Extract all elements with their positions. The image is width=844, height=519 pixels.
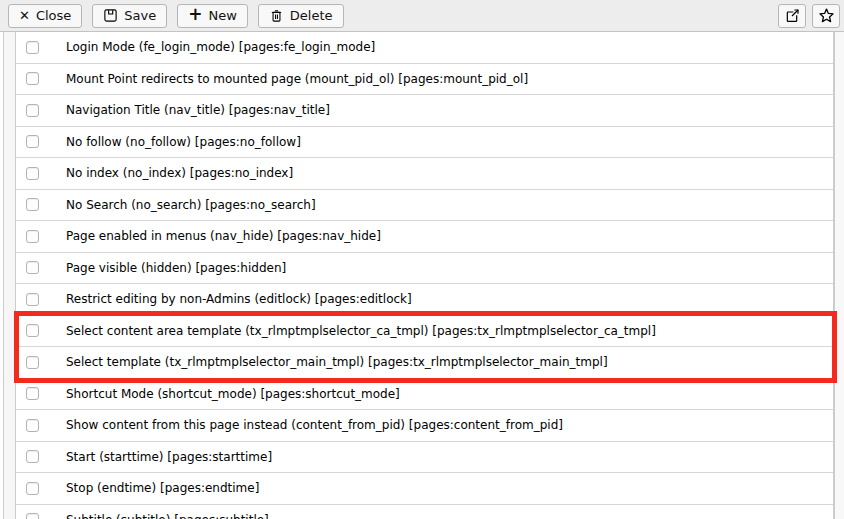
field-checkbox[interactable] (26, 387, 39, 400)
field-label: Show content from this page instead (con… (66, 418, 563, 432)
field-row: No follow (no_follow) [pages:no_follow] (16, 127, 833, 159)
field-row: Restrict editing by non-Admins (editlock… (16, 284, 833, 316)
field-row: Page visible (hidden) [pages:hidden] (16, 253, 833, 285)
plus-icon: + (188, 6, 202, 23)
field-checkbox[interactable] (26, 41, 39, 54)
typo3-record-edit-window: ✕ Close Save + New (0, 0, 844, 519)
field-checkbox[interactable] (26, 324, 39, 337)
field-label: Mount Point redirects to mounted page (m… (66, 72, 528, 86)
field-label: Start (starttime) [pages:starttime] (66, 450, 272, 464)
field-row: No index (no_index) [pages:no_index] (16, 158, 833, 190)
field-label: Login Mode (fe_login_mode) [pages:fe_log… (66, 40, 375, 54)
save-button[interactable]: Save (92, 4, 167, 28)
toolbar-left-group: ✕ Close Save + New (8, 4, 344, 28)
save-icon (103, 8, 118, 23)
field-row: Select content area template (tx_rlmptmp… (16, 316, 833, 348)
field-checkbox[interactable] (26, 293, 39, 306)
field-label: Select template (tx_rlmptmplselector_mai… (66, 355, 608, 369)
field-row: Login Mode (fe_login_mode) [pages:fe_log… (16, 32, 833, 64)
field-label: Page enabled in menus (nav_hide) [pages:… (66, 229, 381, 243)
field-checkbox[interactable] (26, 419, 39, 432)
close-button-label: Close (36, 9, 71, 22)
field-label: No Search (no_search) [pages:no_search] (66, 198, 316, 212)
right-gutter (833, 32, 844, 519)
field-label: No follow (no_follow) [pages:no_follow] (66, 135, 301, 149)
field-row: Start (starttime) [pages:starttime] (16, 442, 833, 474)
field-row: Stop (endtime) [pages:endtime] (16, 473, 833, 505)
field-list: Login Mode (fe_login_mode) [pages:fe_log… (16, 32, 833, 519)
field-row: Show content from this page instead (con… (16, 410, 833, 442)
field-row: No Search (no_search) [pages:no_search] (16, 190, 833, 222)
field-checkbox[interactable] (26, 356, 39, 369)
field-checkbox[interactable] (26, 482, 39, 495)
field-checkbox[interactable] (26, 513, 39, 519)
field-checkbox[interactable] (26, 261, 39, 274)
trash-icon (269, 8, 284, 23)
field-row: Subtitle (subtitle) [pages:subtitle] (16, 505, 833, 519)
field-label: Navigation Title (nav_title) [pages:nav_… (66, 103, 330, 117)
field-label: No index (no_index) [pages:no_index] (66, 166, 293, 180)
delete-button-label: Delete (290, 9, 333, 22)
field-checkbox[interactable] (26, 450, 39, 463)
open-in-new-window-button[interactable] (778, 4, 806, 28)
field-checkbox[interactable] (26, 167, 39, 180)
field-checkbox[interactable] (26, 198, 39, 211)
left-gutter (3, 32, 17, 519)
field-checkbox[interactable] (26, 230, 39, 243)
field-label: Shortcut Mode (shortcut_mode) [pages:sho… (66, 387, 400, 401)
field-label: Select content area template (tx_rlmptmp… (66, 324, 656, 338)
field-row: Navigation Title (nav_title) [pages:nav_… (16, 95, 833, 127)
field-row: Shortcut Mode (shortcut_mode) [pages:sho… (16, 379, 833, 411)
doc-header-toolbar: ✕ Close Save + New (0, 0, 844, 32)
field-label: Page visible (hidden) [pages:hidden] (66, 261, 286, 275)
field-checkbox[interactable] (26, 135, 39, 148)
toolbar-right-group (778, 4, 840, 28)
field-row: Select template (tx_rlmptmplselector_mai… (16, 347, 833, 379)
field-checkbox[interactable] (26, 104, 39, 117)
external-link-icon (784, 8, 800, 24)
bookmark-button[interactable] (812, 4, 840, 28)
close-button[interactable]: ✕ Close (8, 4, 82, 28)
delete-button[interactable]: Delete (258, 4, 344, 28)
new-button-label: New (209, 9, 237, 22)
save-button-label: Save (124, 9, 156, 22)
close-icon: ✕ (19, 9, 30, 22)
new-button[interactable]: + New (177, 4, 248, 28)
field-label: Stop (endtime) [pages:endtime] (66, 481, 259, 495)
field-row: Mount Point redirects to mounted page (m… (16, 64, 833, 96)
star-icon (818, 7, 835, 24)
field-label: Restrict editing by non-Admins (editlock… (66, 292, 412, 306)
field-label: Subtitle (subtitle) [pages:subtitle] (66, 513, 269, 519)
field-row: Page enabled in menus (nav_hide) [pages:… (16, 221, 833, 253)
field-checkbox[interactable] (26, 72, 39, 85)
field-selection-panel: Login Mode (fe_login_mode) [pages:fe_log… (0, 32, 844, 519)
